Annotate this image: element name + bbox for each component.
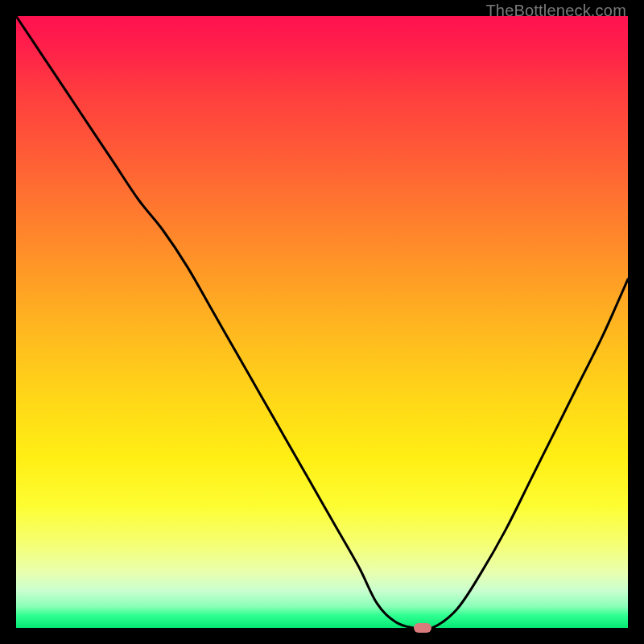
- chart-frame: TheBottleneck.com: [0, 0, 644, 644]
- watermark-label: TheBottleneck.com: [485, 2, 626, 20]
- plot-area: [16, 16, 628, 628]
- optimal-point-marker: [414, 623, 431, 633]
- bottleneck-curve: [16, 16, 628, 628]
